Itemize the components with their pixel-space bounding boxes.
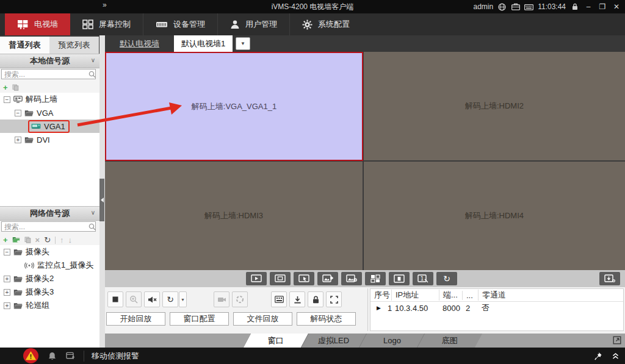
collapse-expander[interactable]: − [15,110,21,116]
tree-item-camera2-folder[interactable]: + 摄像头2 [0,272,99,285]
tv-wall-main-area: 默认电视墙 默认电视墙1 ▼ 解码上墙:VGA_VGA1_1 解码上墙:HDMI… [105,35,625,348]
toolbox-icon[interactable] [511,2,520,12]
collapse-chevrons-icon[interactable] [612,352,619,360]
screen-lock-button[interactable] [389,272,410,285]
tab-normal-list[interactable]: 普通列表 [0,37,49,54]
menu-tab-user-management[interactable]: 用户管理 [217,13,289,35]
collapse-expander[interactable]: + [4,289,10,296]
tab-default-tv-wall-1[interactable]: 默认电视墙1 [174,35,233,52]
refresh-button[interactable]: ↻ [436,272,457,285]
minimize-button[interactable]: – [583,2,593,11]
window-number-button[interactable]: 1 [413,272,433,285]
network-signal-source-header[interactable]: 网络信号源 ∨ [0,206,99,221]
tab-preview-list[interactable]: 预览列表 [49,37,99,54]
add-icon[interactable]: + [3,84,8,91]
window-config-button[interactable]: 窗口配置 [170,312,229,326]
instant-playback-button[interactable]: ↻ [162,291,178,307]
column-header-ip[interactable]: IP地址 [391,290,439,301]
move-up-icon[interactable]: ↑ [60,236,64,244]
row-expander-icon[interactable]: ▶ [370,305,388,311]
tree-item-tour-group-folder[interactable]: + 轮巡组 [0,299,99,312]
lock-icon[interactable] [570,2,579,12]
image-export-button[interactable] [317,272,338,285]
menu-tab-tv-wall[interactable]: 电视墙 [5,13,70,35]
tab-base-image[interactable]: 底图 [417,334,482,348]
download-button[interactable] [289,291,305,307]
wall-cell-hdmi3[interactable]: 解码上墙:HDMI3 [105,162,363,270]
globe-icon[interactable] [497,2,507,12]
add-icon[interactable]: + [3,236,8,244]
audio-mute-button[interactable] [144,291,160,307]
menu-tab-device-management[interactable]: 设备管理 [143,13,217,35]
wall-cell-hdmi4[interactable]: 解码上墙:HDMI4 [364,162,625,270]
menu-tab-screen-control[interactable]: 屏幕控制 [70,13,143,35]
decode-status-button[interactable]: 解码状态 [297,312,356,326]
fullscreen-button[interactable] [326,291,342,307]
numeric-panel-button[interactable] [271,291,287,307]
image-settings-button[interactable] [341,272,362,285]
tab-logo[interactable]: Logo [359,334,424,348]
soft-keyboard-icon[interactable] [524,2,533,12]
delete-icon[interactable]: × [35,236,40,244]
tab-window[interactable]: 窗口 [243,334,308,348]
column-header-more[interactable]: ... [462,291,478,300]
screen-window-button[interactable] [270,272,291,285]
tab-virtual-led[interactable]: 虚拟LED [301,334,366,348]
alarm-to-wall-icon[interactable] [66,352,75,360]
table-row[interactable]: ▶ 1 10.3.4.50 8000 2 否 [370,302,623,314]
pin-icon[interactable] [594,352,602,360]
collapse-expander[interactable]: + [4,276,10,282]
local-signal-source-header[interactable]: 本地信号源 ∨ [0,54,99,68]
file-playback-button[interactable]: 文件回放 [233,312,292,326]
split-screen-button[interactable] [365,272,386,285]
wall-cell-hdmi2[interactable]: 解码上墙:HDMI2 [364,52,625,160]
copy-icon[interactable] [24,237,31,243]
screen-cursor-button[interactable] [294,272,314,285]
tree-item-camera3-folder[interactable]: + 摄像头3 [0,285,99,299]
stop-decoding-button[interactable] [107,291,123,307]
tab-default-tv-wall[interactable]: 默认电视墙 [105,38,174,49]
tree-item-vga1[interactable]: VGA1 [0,120,99,133]
search-icon[interactable] [89,71,96,78]
refresh-icon[interactable]: ↻ [44,236,51,244]
alarm-warning-button[interactable] [23,348,38,363]
alarm-bell-icon[interactable] [48,352,56,360]
start-playback-button[interactable]: 开始回放 [106,312,165,326]
add-group-icon[interactable] [12,237,20,243]
digital-zoom-button[interactable] [126,291,142,307]
record-button[interactable] [214,291,229,307]
menu-tab-system-config[interactable]: 系统配置 [289,13,362,35]
maximize-button[interactable]: ❐ [598,2,607,11]
playback-dropdown-button[interactable]: ▼ [179,291,187,307]
decode-action-buttons: 开始回放 窗口配置 文件回放 解码状态 [106,312,356,326]
copy-icon[interactable] [12,84,19,91]
wall-tab-dropdown-button[interactable]: ▼ [236,37,250,50]
column-header-zero-channel[interactable]: 零通道 [478,290,521,301]
tree-item-camera1-folder[interactable]: − 摄像头 [0,245,99,259]
collapse-expander[interactable]: + [15,137,21,143]
network-search-input[interactable] [1,221,96,232]
spinner-icon [236,295,244,304]
close-button[interactable]: ✕ [612,2,621,11]
tree-item-vga-folder[interactable]: − VGA [0,106,99,120]
wall-settings-button[interactable] [599,272,620,285]
collapse-expander[interactable]: − [4,96,10,103]
tree-item-dvi-folder[interactable]: + DVI [0,133,99,146]
wall-cell-vga1-selected[interactable]: 解码上墙:VGA_VGA1_1 [105,52,363,161]
column-header-port[interactable]: 端... [439,290,462,301]
sidebar-collapse-handle[interactable] [99,179,104,221]
loop-status-button[interactable] [232,291,248,307]
collapse-expander[interactable]: − [4,249,10,255]
collapse-expander[interactable]: + [4,302,10,309]
lock-icon [312,296,319,304]
lock-window-button[interactable] [308,291,323,307]
cell-index: 1 [388,304,395,313]
search-icon[interactable] [89,223,96,230]
screen-play-button[interactable] [246,272,267,285]
column-header-index[interactable]: 序号 [370,290,391,301]
tree-item-monitor-point1[interactable]: 监控点1_摄像头 [0,259,99,272]
local-search-input[interactable] [1,69,96,79]
move-down-icon[interactable]: ↓ [68,236,73,244]
popup-window-icon[interactable] [613,336,621,344]
tree-item-decode-wall[interactable]: − 解码上墙 [0,93,99,106]
